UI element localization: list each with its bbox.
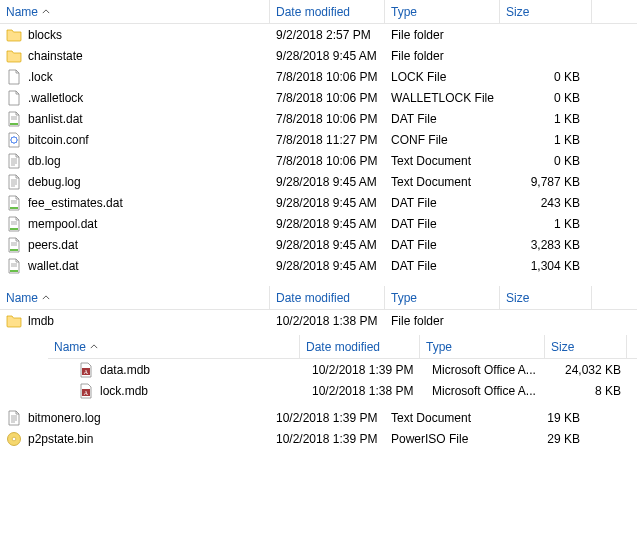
- file-date-cell: 7/8/2018 10:06 PM: [270, 154, 385, 168]
- dat-file-icon: [6, 237, 22, 253]
- file-rows: blocks9/2/2018 2:57 PMFile folderchainst…: [0, 24, 637, 276]
- file-date-cell: 10/2/2018 1:39 PM: [270, 411, 385, 425]
- column-header-date[interactable]: Date modified: [270, 286, 385, 309]
- column-header-size[interactable]: Size: [500, 0, 592, 23]
- column-header-label: Date modified: [276, 291, 350, 305]
- file-row[interactable]: chainstate9/28/2018 9:45 AMFile folder: [0, 45, 637, 66]
- column-header-size[interactable]: Size: [545, 335, 627, 358]
- file-date-cell: 7/8/2018 10:06 PM: [270, 70, 385, 84]
- file-size-cell: 0 KB: [500, 70, 592, 84]
- file-name-cell: lmdb: [6, 313, 270, 329]
- file-date-cell: 9/28/2018 9:45 AM: [270, 196, 385, 210]
- file-row[interactable]: data.mdb10/2/2018 1:39 PMMicrosoft Offic…: [48, 359, 637, 380]
- file-date-cell: 7/8/2018 10:06 PM: [270, 91, 385, 105]
- access-file-icon: [78, 362, 94, 378]
- column-header-name[interactable]: Name: [48, 335, 300, 358]
- folder-icon: [6, 48, 22, 64]
- column-header-size[interactable]: Size: [500, 286, 592, 309]
- text-file-icon: [6, 153, 22, 169]
- file-name-cell: wallet.dat: [6, 258, 270, 274]
- file-row[interactable]: .lock7/8/2018 10:06 PMLOCK File0 KB: [0, 66, 637, 87]
- access-file-icon: [78, 383, 94, 399]
- file-name-cell: db.log: [6, 153, 270, 169]
- file-name-cell: banlist.dat: [6, 111, 270, 127]
- file-row[interactable]: db.log7/8/2018 10:06 PMText Document0 KB: [0, 150, 637, 171]
- file-name-label: banlist.dat: [28, 112, 83, 126]
- file-size-cell: 9,787 KB: [500, 175, 592, 189]
- file-name-cell: chainstate: [6, 48, 270, 64]
- file-list-section-1: Name Date modified Type Size blocks9/2/2…: [0, 0, 637, 276]
- file-row[interactable]: fee_estimates.dat9/28/2018 9:45 AMDAT Fi…: [0, 192, 637, 213]
- column-header-label: Name: [6, 291, 38, 305]
- file-row[interactable]: lock.mdb10/2/2018 1:38 PMMicrosoft Offic…: [48, 380, 637, 401]
- file-date-cell: 9/28/2018 9:45 AM: [270, 175, 385, 189]
- file-date-cell: 10/2/2018 1:39 PM: [270, 432, 385, 446]
- file-name-cell: blocks: [6, 27, 270, 43]
- file-size-cell: 0 KB: [500, 154, 592, 168]
- column-header-type[interactable]: Type: [385, 286, 500, 309]
- file-size-cell: 1 KB: [500, 133, 592, 147]
- column-header-row: Name Date modified Type Size: [0, 0, 637, 24]
- file-name-label: debug.log: [28, 175, 81, 189]
- column-header-type[interactable]: Type: [385, 0, 500, 23]
- file-row[interactable]: mempool.dat9/28/2018 9:45 AMDAT File1 KB: [0, 213, 637, 234]
- file-date-cell: 9/28/2018 9:45 AM: [270, 217, 385, 231]
- file-size-cell: 24,032 KB: [551, 363, 633, 377]
- file-type-cell: Text Document: [385, 411, 500, 425]
- file-row[interactable]: banlist.dat7/8/2018 10:06 PMDAT File1 KB: [0, 108, 637, 129]
- file-icon: [6, 69, 22, 85]
- column-header-date[interactable]: Date modified: [270, 0, 385, 23]
- column-header-row: Name Date modified Type Size: [0, 286, 637, 310]
- file-date-cell: 9/28/2018 9:45 AM: [270, 259, 385, 273]
- file-row[interactable]: bitcoin.conf7/8/2018 11:27 PMCONF File1 …: [0, 129, 637, 150]
- column-header-label: Date modified: [306, 340, 380, 354]
- column-header-label: Type: [391, 5, 417, 19]
- file-row[interactable]: debug.log9/28/2018 9:45 AMText Document9…: [0, 171, 637, 192]
- file-name-label: blocks: [28, 28, 62, 42]
- file-name-label: data.mdb: [100, 363, 150, 377]
- sort-ascending-icon: [42, 295, 50, 300]
- column-header-name[interactable]: Name: [0, 0, 270, 23]
- file-row[interactable]: bitmonero.log10/2/2018 1:39 PMText Docum…: [0, 407, 637, 428]
- file-type-cell: DAT File: [385, 259, 500, 273]
- file-list-section-2: Name Date modified Type Size lmdb10/2/20…: [0, 286, 637, 449]
- file-size-cell: 1 KB: [500, 112, 592, 126]
- file-row[interactable]: peers.dat9/28/2018 9:45 AMDAT File3,283 …: [0, 234, 637, 255]
- file-type-cell: Microsoft Office A...: [426, 363, 551, 377]
- text-file-icon: [6, 174, 22, 190]
- file-size-cell: 1,304 KB: [500, 259, 592, 273]
- file-type-cell: File folder: [385, 28, 500, 42]
- file-row[interactable]: .walletlock7/8/2018 10:06 PMWALLETLOCK F…: [0, 87, 637, 108]
- file-date-cell: 9/2/2018 2:57 PM: [270, 28, 385, 42]
- file-row[interactable]: p2pstate.bin10/2/2018 1:39 PMPowerISO Fi…: [0, 428, 637, 449]
- file-name-cell: fee_estimates.dat: [6, 195, 270, 211]
- file-type-cell: DAT File: [385, 217, 500, 231]
- dat-file-icon: [6, 216, 22, 232]
- text-file-icon: [6, 410, 22, 426]
- folder-icon: [6, 313, 22, 329]
- sort-ascending-icon: [90, 344, 98, 349]
- file-row[interactable]: lmdb10/2/2018 1:38 PMFile folder: [0, 310, 637, 331]
- column-header-name[interactable]: Name: [0, 286, 270, 309]
- file-row[interactable]: blocks9/2/2018 2:57 PMFile folder: [0, 24, 637, 45]
- file-date-cell: 7/8/2018 10:06 PM: [270, 112, 385, 126]
- file-name-label: bitmonero.log: [28, 411, 101, 425]
- column-header-label: Size: [506, 5, 529, 19]
- file-size-cell: 0 KB: [500, 91, 592, 105]
- file-name-cell: mempool.dat: [6, 216, 270, 232]
- column-header-date[interactable]: Date modified: [300, 335, 420, 358]
- column-header-label: Size: [506, 291, 529, 305]
- file-name-cell: .lock: [6, 69, 270, 85]
- file-name-label: fee_estimates.dat: [28, 196, 123, 210]
- file-size-cell: 3,283 KB: [500, 238, 592, 252]
- file-row[interactable]: wallet.dat9/28/2018 9:45 AMDAT File1,304…: [0, 255, 637, 276]
- file-type-cell: File folder: [385, 49, 500, 63]
- file-name-cell: .walletlock: [6, 90, 270, 106]
- iso-file-icon: [6, 431, 22, 447]
- sort-ascending-icon: [42, 9, 50, 14]
- dat-file-icon: [6, 258, 22, 274]
- column-header-type[interactable]: Type: [420, 335, 545, 358]
- file-name-cell: lock.mdb: [78, 383, 306, 399]
- file-name-label: bitcoin.conf: [28, 133, 89, 147]
- file-type-cell: File folder: [385, 314, 500, 328]
